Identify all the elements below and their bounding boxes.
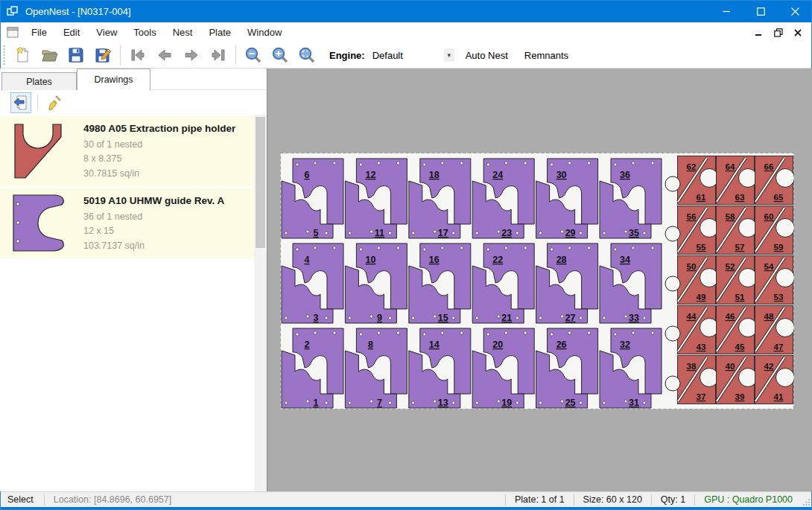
nest-plate[interactable]: 6543211211109871817161514132423222120193… [280, 153, 794, 409]
menu-window[interactable]: Window [239, 22, 290, 42]
drawing-list-scrollbar[interactable] [254, 115, 267, 491]
auto-nest-button[interactable]: Auto Nest [457, 45, 516, 66]
part-number: 27 [565, 313, 576, 323]
part-number: 58 [726, 212, 735, 221]
document-icon[interactable] [7, 27, 19, 38]
part-number: 18 [429, 170, 440, 180]
toolbar-grip[interactable] [2, 45, 6, 65]
list-item-drawing-1[interactable]: 4980 A05 Extraction pipe holder 30 of 1 … [0, 116, 254, 186]
red-part-shape-icon [7, 120, 73, 182]
nest-part-pair-red[interactable]: 5453 [755, 256, 795, 305]
part-number: 50 [687, 262, 697, 271]
nest-part-pair-red[interactable]: 4241 [755, 356, 795, 404]
list-item-drawing-2[interactable]: 5019 A10 UHMW guide Rev. A 36 of 1 neste… [0, 188, 254, 258]
menu-view[interactable]: View [88, 22, 125, 42]
mdi-restore-button[interactable] [772, 26, 785, 39]
go-previous-button[interactable] [151, 44, 178, 66]
go-last-button[interactable] [205, 44, 232, 66]
part-number: 25 [565, 398, 576, 408]
part-number: 44 [687, 312, 697, 321]
go-first-button[interactable] [124, 44, 151, 66]
nest-part-pair-red[interactable]: 6665 [755, 156, 795, 205]
side-panel: Plates Drawings [0, 68, 267, 491]
status-location: Location: [84.8696, 60.6957] [45, 494, 505, 505]
maximize-button[interactable] [743, 0, 778, 22]
part-number: 1 [314, 398, 319, 408]
part-number: 9 [377, 313, 382, 323]
remnants-button[interactable]: Remnants [516, 45, 577, 66]
window-title: OpenNest - [N0317-004] [25, 6, 131, 17]
part-number: 62 [687, 162, 697, 171]
tab-plates[interactable]: Plates [1, 72, 77, 90]
part-number: 3 [314, 313, 319, 323]
import-arrow-icon [13, 95, 29, 111]
part-number: 11 [375, 228, 384, 238]
tab-drawings[interactable]: Drawings [77, 68, 150, 90]
go-next-button[interactable] [178, 44, 205, 66]
drawings-toolbar [0, 90, 267, 115]
save-button[interactable] [63, 44, 89, 66]
status-qty: Qty: 1 [652, 494, 694, 505]
part-number: 20 [492, 340, 503, 350]
drawing-thumbnail [4, 192, 76, 255]
nest-part-pair-red[interactable]: 4645 [717, 306, 758, 354]
drawing-area: 103.7137 sq/in [83, 239, 224, 253]
mdi-minimize-button[interactable] [752, 26, 766, 39]
save-as-button[interactable] [89, 44, 116, 66]
toolbar-separator [120, 45, 121, 65]
nest-part-pair-red[interactable]: 4847 [755, 306, 795, 354]
engine-label: Engine: [329, 50, 365, 61]
zoom-in-button[interactable] [267, 44, 294, 66]
new-file-button[interactable] [9, 44, 36, 66]
mdi-close-button[interactable] [791, 26, 805, 39]
clear-drawings-button[interactable] [44, 92, 65, 113]
part-number: 59 [774, 243, 784, 252]
part-number: 55 [697, 243, 706, 252]
part-number: 48 [764, 312, 774, 321]
part-number: 16 [429, 255, 440, 265]
menu-tools[interactable]: Tools [125, 22, 164, 42]
menu-file[interactable]: File [23, 22, 55, 42]
part-number: 49 [697, 293, 706, 302]
toolbar-separator [235, 45, 236, 65]
nest-part-pair-red[interactable]: 6463 [717, 156, 758, 205]
part-number: 45 [735, 342, 745, 351]
zoom-fit-button[interactable] [294, 44, 320, 66]
drawing-list: 4980 A05 Extraction pipe holder 30 of 1 … [0, 115, 267, 491]
menu-bar: File Edit View Tools Nest Plate Window [0, 22, 812, 42]
part-number: 52 [726, 262, 735, 271]
import-drawing-button[interactable] [10, 92, 31, 113]
part-number: 54 [764, 262, 774, 271]
engine-value: Default [372, 50, 444, 61]
status-gpu: GPU : Quadro P1000 [695, 494, 802, 505]
part-number: 19 [501, 398, 512, 408]
part-number: 17 [438, 228, 448, 238]
open-file-button[interactable] [36, 44, 63, 66]
broom-icon [46, 95, 63, 111]
engine-select[interactable]: Default ▾ [369, 46, 457, 64]
scrollbar-thumb[interactable] [256, 117, 265, 248]
zoom-out-button[interactable] [240, 44, 267, 66]
close-button[interactable] [778, 0, 812, 22]
part-number: 31 [629, 398, 639, 408]
part-number: 56 [687, 212, 697, 221]
resize-grip[interactable] [802, 492, 812, 507]
nest-canvas[interactable]: 6543211211109871817161514132423222120193… [267, 68, 812, 491]
part-number: 6 [305, 170, 310, 180]
minimize-button[interactable] [709, 0, 743, 22]
nest-part-pair-red[interactable]: 5251 [717, 256, 758, 305]
menu-nest[interactable]: Nest [165, 22, 201, 42]
app-window: OpenNest - [N0317-004] File Edit View To… [0, 0, 812, 510]
part-number: 22 [492, 255, 503, 265]
part-number: 64 [726, 162, 735, 171]
title-bar: OpenNest - [N0317-004] [0, 0, 812, 22]
drawing-size: 8 x 8.375 [83, 152, 235, 166]
menu-edit[interactable]: Edit [55, 22, 88, 42]
nest-part-pair-red[interactable]: 5857 [717, 206, 758, 255]
menu-plate[interactable]: Plate [200, 22, 239, 42]
part-number: 63 [735, 193, 745, 202]
nest-part-pair-red[interactable]: 4039 [717, 356, 758, 404]
tool-bar: Engine: Default ▾ Auto Nest Remnants [0, 42, 812, 68]
nest-part-pair-red[interactable]: 6059 [755, 206, 795, 255]
part-number: 23 [501, 228, 512, 238]
